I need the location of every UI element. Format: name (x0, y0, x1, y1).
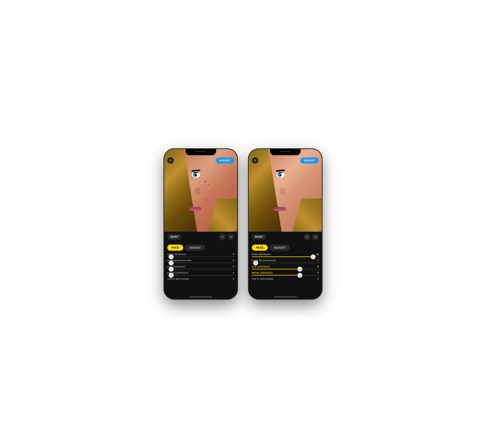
slider-track-brow-contrast-right[interactable] (252, 275, 319, 275)
slider-value-face-retouch-left: 0 (233, 253, 234, 256)
slider-teeth-whitening-left: TEETH WHITENING 0 (167, 278, 234, 280)
slider-track-face-retouch-left[interactable] (167, 256, 234, 257)
slider-blur-bg-right: BLUR BACKGROUND 0 (252, 259, 319, 263)
slider-value-blur-bg-right: 0 (317, 259, 319, 262)
slider-fill-eye-contrast-right (252, 269, 302, 269)
home-indicator-right (274, 296, 297, 297)
slider-value-teeth-whitening-left: 0 (233, 278, 234, 280)
tab-adjust-left[interactable]: ADJUST (185, 245, 205, 251)
slider-track-eye-contrast-left[interactable] (167, 269, 234, 269)
slider-thumb-brow-contrast-right[interactable] (297, 273, 302, 278)
reset-button-right[interactable]: RESET (252, 234, 266, 240)
sliders-area-right: FACE RETOUCH 10 BLUR BACKGROUND (249, 252, 322, 282)
reset-button-left[interactable]: RESET (167, 234, 182, 240)
tab-row-left: FACE ADJUST (164, 242, 237, 252)
slider-value-brow-contrast-right: 8 (317, 272, 319, 274)
slider-value-teeth-whitening-right: 0 (317, 278, 319, 280)
slider-thumb-eye-contrast-right[interactable] (297, 267, 302, 272)
slider-label-brow-contrast-right: BROW CONTRAST (252, 272, 273, 274)
slider-thumb-blur-bg-right[interactable] (253, 261, 258, 265)
slider-track-brow-contrast-left[interactable] (167, 275, 234, 275)
slider-thumb-face-retouch-left[interactable] (169, 254, 174, 259)
slider-thumb-brow-contrast-left[interactable] (169, 273, 174, 278)
undo-button-left[interactable]: ↩ (219, 234, 226, 240)
slider-value-blur-bg-left: 0 (233, 259, 234, 262)
slider-track-eye-contrast-right[interactable] (252, 269, 319, 269)
slider-face-retouch-right: FACE RETOUCH 10 (252, 253, 319, 257)
tab-face-right[interactable]: FACE (252, 245, 268, 251)
slider-value-eye-contrast-right: 8 (317, 265, 319, 268)
slider-thumb-blur-bg-left[interactable] (169, 261, 174, 265)
slider-label-face-retouch-right: FACE RETOUCH (252, 253, 270, 256)
slider-fill-brow-contrast-right (252, 275, 302, 275)
slider-brow-contrast-left: BROW CONTRAST 0 (167, 272, 234, 275)
close-button-left[interactable]: × (167, 157, 174, 164)
slider-eye-contrast-right: EYE CONTRAST 8 (252, 265, 319, 269)
bottom-controls-left: RESET ↩ ↪ FACE ADJUST FACE RET (164, 232, 237, 299)
tab-face-left[interactable]: FACE (167, 245, 183, 251)
ui-overlay-left: × EXPORT (164, 149, 237, 232)
slider-value-brow-contrast-left: 0 (233, 272, 234, 274)
sliders-area-left: FACE RETOUCH 0 BLUR BACKGROUND (164, 252, 237, 282)
photo-area-left: × EXPORT (164, 149, 237, 232)
undo-redo-left: ↩ ↪ (219, 234, 234, 240)
export-button-right[interactable]: EXPORT (300, 158, 319, 163)
ui-overlay-right: × EXPORT (249, 149, 322, 232)
top-controls-right: × EXPORT (249, 157, 322, 164)
phones-container: × EXPORT RESET ↩ ↪ FACE A (164, 149, 322, 299)
slider-track-blur-bg-right[interactable] (252, 263, 319, 263)
slider-track-blur-bg-left[interactable] (167, 263, 234, 263)
slider-label-teeth-whitening-right: TEETH WHITENING (252, 278, 274, 280)
redo-button-right[interactable]: ↪ (312, 234, 319, 240)
home-indicator-left (189, 296, 212, 297)
slider-eye-contrast-left: EYE CONTRAST 0 (167, 265, 234, 269)
undo-button-right[interactable]: ↩ (304, 234, 310, 240)
slider-label-eye-contrast-right: EYE CONTRAST (252, 265, 270, 268)
slider-thumb-eye-contrast-left[interactable] (169, 267, 174, 272)
slider-value-face-retouch-right: 10 (316, 253, 319, 256)
slider-fill-face-retouch-right (252, 256, 315, 257)
bottom-controls-right: RESET ↩ ↪ FACE ADJUST FACE RET (249, 232, 322, 299)
slider-teeth-whitening-right: TEETH WHITENING 0 (252, 278, 319, 280)
notch-right (270, 149, 301, 155)
slider-blur-bg-left: BLUR BACKGROUND 0 (167, 259, 234, 263)
phone-screen-right: × EXPORT RESET ↩ ↪ FACE A (249, 149, 322, 299)
slider-value-eye-contrast-left: 0 (233, 265, 234, 268)
phone-left: × EXPORT RESET ↩ ↪ FACE A (164, 149, 237, 299)
action-row-left: RESET ↩ ↪ (164, 232, 237, 242)
phone-right: × EXPORT RESET ↩ ↪ FACE A (249, 149, 322, 299)
slider-face-retouch-left: FACE RETOUCH 0 (167, 253, 234, 257)
action-row-right: RESET ↩ ↪ (249, 232, 322, 242)
phone-screen-left: × EXPORT RESET ↩ ↪ FACE A (164, 149, 237, 299)
top-controls-left: × EXPORT (164, 157, 237, 164)
tab-adjust-right[interactable]: ADJUST (270, 245, 289, 251)
export-button-left[interactable]: EXPORT (216, 158, 234, 163)
close-button-right[interactable]: × (252, 157, 258, 164)
slider-thumb-face-retouch-right[interactable] (311, 254, 316, 259)
undo-redo-right: ↩ ↪ (304, 234, 319, 240)
slider-track-face-retouch-right[interactable] (252, 256, 319, 257)
photo-area-right: × EXPORT (249, 149, 322, 232)
tab-row-right: FACE ADJUST (249, 242, 322, 252)
slider-brow-contrast-right: BROW CONTRAST 8 (252, 272, 319, 275)
notch-left (185, 149, 216, 155)
slider-label-teeth-whitening-left: TEETH WHITENING (167, 278, 189, 280)
redo-button-left[interactable]: ↪ (228, 234, 234, 240)
